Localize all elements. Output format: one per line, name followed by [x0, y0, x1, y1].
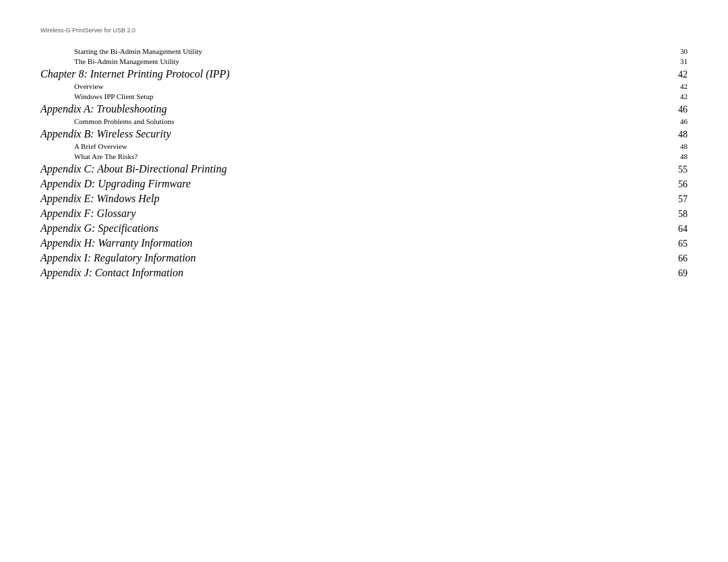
- toc-page-number: 48: [678, 129, 688, 140]
- toc-main-label: Appendix J: Contact Information: [40, 267, 183, 279]
- toc-page-number: 58: [678, 209, 688, 220]
- toc-page-number: 42: [678, 69, 688, 80]
- toc-row: Appendix J: Contact Information69: [40, 267, 688, 279]
- toc-sub-label: A Brief Overview: [40, 142, 127, 150]
- toc-page-number: 65: [678, 239, 688, 249]
- toc-row: Chapter 8: Internet Printing Protocol (I…: [40, 68, 688, 80]
- toc-row: Appendix E: Windows Help57: [40, 193, 688, 205]
- toc-row: Windows IPP Client Setup42: [40, 92, 688, 100]
- toc-row: Appendix A: Troubleshooting46: [40, 103, 688, 115]
- toc-page-number: 56: [678, 179, 688, 190]
- toc-page-number: 42: [680, 92, 688, 100]
- toc-sub-label: Overview: [40, 82, 103, 90]
- toc-row: Appendix C: About Bi-Directional Printin…: [40, 163, 688, 175]
- toc-page-number: 55: [678, 164, 688, 175]
- toc-main-label: Appendix D: Upgrading Firmware: [40, 178, 191, 190]
- toc-sub-label: Common Problems and Solutions: [40, 117, 174, 125]
- toc-main-label: Appendix G: Specifications: [40, 222, 158, 235]
- toc-sub-label: Starting the Bi-Admin Management Utility: [40, 47, 202, 55]
- toc-page-number: 66: [678, 253, 688, 264]
- toc-page-number: 46: [678, 104, 688, 115]
- toc-content: Starting the Bi-Admin Management Utility…: [40, 47, 688, 279]
- toc-row: Appendix H: Warranty Information65: [40, 237, 688, 249]
- page-container: Wireless-G PrintServer for USB 2.0 Start…: [0, 0, 728, 562]
- toc-row: Starting the Bi-Admin Management Utility…: [40, 47, 688, 55]
- toc-main-label: Appendix E: Windows Help: [40, 193, 159, 205]
- toc-main-label: Appendix I: Regulatory Information: [40, 252, 196, 264]
- toc-page-number: 46: [680, 117, 688, 125]
- toc-main-label: Appendix H: Warranty Information: [40, 237, 193, 249]
- toc-sub-label: Windows IPP Client Setup: [40, 92, 153, 100]
- toc-main-label: Appendix B: Wireless Security: [40, 128, 171, 140]
- toc-row: Overview42: [40, 82, 688, 90]
- toc-main-label: Appendix A: Troubleshooting: [40, 103, 167, 115]
- toc-row: Appendix B: Wireless Security48: [40, 128, 688, 140]
- toc-main-label: Chapter 8: Internet Printing Protocol (I…: [40, 68, 230, 80]
- toc-page-number: 69: [678, 268, 688, 279]
- toc-page-number: 30: [680, 47, 688, 55]
- toc-page-number: 57: [678, 194, 688, 205]
- toc-page-number: 42: [680, 82, 688, 90]
- toc-row: Appendix D: Upgrading Firmware56: [40, 178, 688, 190]
- toc-row: Appendix G: Specifications64: [40, 222, 688, 235]
- toc-sub-label: The Bi-Admin Management Utility: [40, 57, 179, 65]
- toc-row: A Brief Overview48: [40, 142, 688, 150]
- toc-row: Appendix I: Regulatory Information66: [40, 252, 688, 264]
- toc-main-label: Appendix C: About Bi-Directional Printin…: [40, 163, 226, 175]
- toc-main-label: Appendix F: Glossary: [40, 208, 135, 220]
- toc-row: Common Problems and Solutions46: [40, 117, 688, 125]
- toc-page-number: 31: [680, 57, 688, 65]
- toc-sub-label: What Are The Risks?: [40, 152, 138, 160]
- toc-page-number: 48: [680, 152, 688, 160]
- toc-row: What Are The Risks?48: [40, 152, 688, 160]
- toc-row: The Bi-Admin Management Utility31: [40, 57, 688, 65]
- toc-row: Appendix F: Glossary58: [40, 208, 688, 220]
- toc-page-number: 48: [680, 142, 688, 150]
- page-header: Wireless-G PrintServer for USB 2.0: [40, 27, 688, 34]
- toc-page-number: 64: [678, 224, 688, 235]
